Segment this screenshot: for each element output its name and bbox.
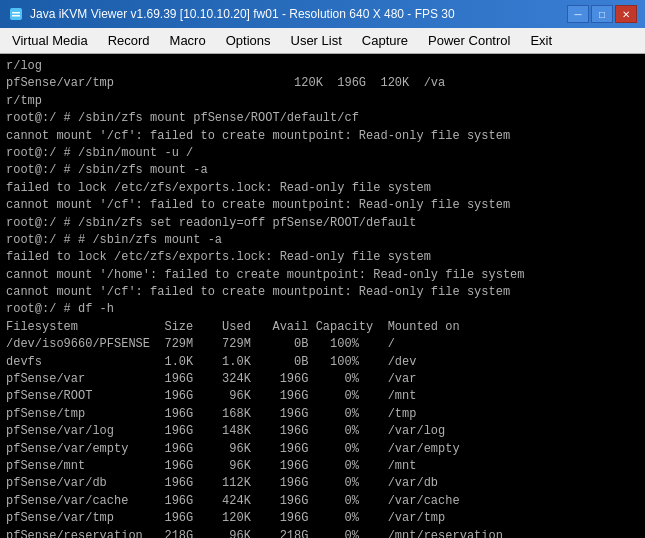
minimize-button[interactable]: ─ bbox=[567, 5, 589, 23]
terminal-line: cannot mount '/cf': failed to create mou… bbox=[6, 197, 639, 214]
menu-item-user-list[interactable]: User List bbox=[281, 30, 352, 51]
svg-rect-1 bbox=[12, 12, 20, 14]
terminal-line: pfSense/var/tmp 120K 196G 120K /va bbox=[6, 75, 639, 92]
menu-item-capture[interactable]: Capture bbox=[352, 30, 418, 51]
title-bar-text: Java iKVM Viewer v1.69.39 [10.10.10.20] … bbox=[30, 7, 567, 21]
svg-rect-2 bbox=[12, 15, 20, 17]
menu-item-macro[interactable]: Macro bbox=[160, 30, 216, 51]
app-icon bbox=[8, 6, 24, 22]
terminal-line: root@:/ # df -h bbox=[6, 301, 639, 318]
terminal-line: root@:/ # /sbin/mount -u / bbox=[6, 145, 639, 162]
terminal[interactable]: r/logpfSense/var/tmp 120K 196G 120K /var… bbox=[0, 54, 645, 538]
menu-item-exit[interactable]: Exit bbox=[520, 30, 562, 51]
terminal-line: pfSense/var 196G 324K 196G 0% /var bbox=[6, 371, 639, 388]
terminal-line: failed to lock /etc/zfs/exports.lock: Re… bbox=[6, 249, 639, 266]
menu-item-power-control[interactable]: Power Control bbox=[418, 30, 520, 51]
title-bar: Java iKVM Viewer v1.69.39 [10.10.10.20] … bbox=[0, 0, 645, 28]
terminal-line: root@:/ # /sbin/zfs mount pfSense/ROOT/d… bbox=[6, 110, 639, 127]
terminal-line: r/log bbox=[6, 58, 639, 75]
terminal-line: root@:/ # /sbin/zfs set readonly=off pfS… bbox=[6, 215, 639, 232]
terminal-line: Filesystem Size Used Avail Capacity Moun… bbox=[6, 319, 639, 336]
terminal-line: /dev/iso9660/PFSENSE 729M 729M 0B 100% / bbox=[6, 336, 639, 353]
maximize-button[interactable]: □ bbox=[591, 5, 613, 23]
terminal-line: pfSense/var/cache 196G 424K 196G 0% /var… bbox=[6, 493, 639, 510]
close-button[interactable]: ✕ bbox=[615, 5, 637, 23]
terminal-line: pfSense/tmp 196G 168K 196G 0% /tmp bbox=[6, 406, 639, 423]
terminal-line: r/tmp bbox=[6, 93, 639, 110]
menu-item-record[interactable]: Record bbox=[98, 30, 160, 51]
terminal-line: devfs 1.0K 1.0K 0B 100% /dev bbox=[6, 354, 639, 371]
menu-item-virtual-media[interactable]: Virtual Media bbox=[2, 30, 98, 51]
title-bar-controls: ─ □ ✕ bbox=[567, 5, 637, 23]
terminal-line: pfSense/var/tmp 196G 120K 196G 0% /var/t… bbox=[6, 510, 639, 527]
terminal-line: pfSense/reservation 218G 96K 218G 0% /mn… bbox=[6, 528, 639, 538]
terminal-line: cannot mount '/cf': failed to create mou… bbox=[6, 128, 639, 145]
svg-rect-0 bbox=[10, 8, 22, 20]
terminal-line: failed to lock /etc/zfs/exports.lock: Re… bbox=[6, 180, 639, 197]
terminal-line: cannot mount '/home': failed to create m… bbox=[6, 267, 639, 284]
terminal-line: pfSense/var/empty 196G 96K 196G 0% /var/… bbox=[6, 441, 639, 458]
terminal-line: root@:/ # /sbin/zfs mount -a bbox=[6, 162, 639, 179]
terminal-line: pfSense/mnt 196G 96K 196G 0% /mnt bbox=[6, 458, 639, 475]
menu-item-options[interactable]: Options bbox=[216, 30, 281, 51]
terminal-line: root@:/ # # /sbin/zfs mount -a bbox=[6, 232, 639, 249]
terminal-line: pfSense/var/log 196G 148K 196G 0% /var/l… bbox=[6, 423, 639, 440]
terminal-line: pfSense/var/db 196G 112K 196G 0% /var/db bbox=[6, 475, 639, 492]
terminal-line: pfSense/ROOT 196G 96K 196G 0% /mnt bbox=[6, 388, 639, 405]
menu-bar: Virtual MediaRecordMacroOptionsUser List… bbox=[0, 28, 645, 54]
terminal-line: cannot mount '/cf': failed to create mou… bbox=[6, 284, 639, 301]
